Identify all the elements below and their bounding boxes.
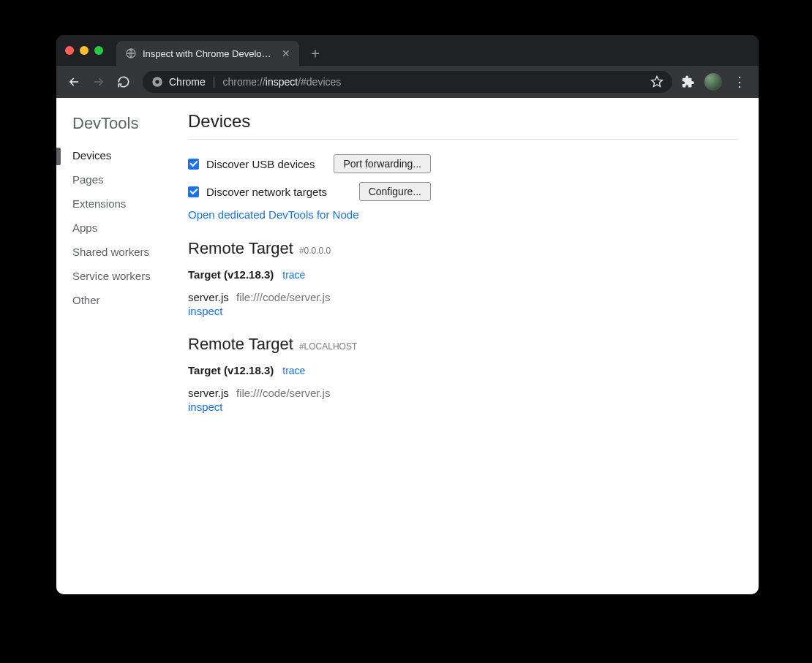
file-name-1: server.js (188, 387, 229, 399)
discover-usb-row: Discover USB devices Port forwarding... (188, 151, 738, 176)
target-name-0: Target (v12.18.3) (188, 268, 274, 281)
remote-target-heading-0: Remote Target #0.0.0.0 (188, 239, 738, 258)
discover-network-row: Discover network targets Configure... (188, 179, 738, 204)
trace-link-1[interactable]: trace (282, 365, 305, 376)
profile-avatar[interactable] (704, 73, 722, 91)
window-zoom-button[interactable] (94, 46, 103, 55)
sidebar-item-apps[interactable]: Apps (56, 216, 188, 240)
back-button[interactable] (64, 72, 84, 92)
target-line-1: Target (v12.18.3) trace (188, 364, 738, 376)
extensions-icon[interactable] (681, 75, 696, 89)
bookmark-icon[interactable] (650, 75, 663, 88)
target-line-0: Target (v12.18.3) trace (188, 268, 738, 281)
sidebar: DevTools Devices Pages Extensions Apps S… (56, 98, 188, 594)
reload-button[interactable] (113, 72, 134, 92)
url-brand: Chrome (169, 76, 206, 88)
divider (188, 139, 738, 140)
sidebar-title: DevTools (56, 114, 188, 143)
url-separator: | (211, 76, 217, 88)
address-bar[interactable]: Chrome | chrome://inspect/#devices (143, 71, 672, 93)
discover-network-checkbox[interactable] (188, 186, 199, 197)
tab-strip: Inspect with Chrome Developer ✕ ＋ (56, 35, 759, 66)
new-tab-button[interactable]: ＋ (299, 43, 331, 63)
remote-target-tag-1: #LOCALHOST (299, 341, 357, 352)
chrome-icon (151, 76, 163, 88)
discover-usb-label: Discover USB devices (206, 158, 315, 170)
browser-window: Inspect with Chrome Developer ✕ ＋ Chrome… (56, 35, 759, 594)
toolbar-right: ⋮ (681, 73, 751, 91)
url-text: chrome://inspect/#devices (222, 76, 341, 88)
file-line-0: server.js file:///code/server.js inspect (188, 291, 738, 317)
file-path-0: file:///code/server.js (236, 291, 330, 303)
globe-icon (125, 48, 137, 59)
open-node-devtools-link[interactable]: Open dedicated DevTools for Node (188, 208, 358, 221)
window-controls (65, 46, 103, 55)
forward-button[interactable] (89, 72, 109, 92)
file-name-0: server.js (188, 291, 229, 303)
configure-button[interactable]: Configure... (359, 182, 431, 201)
inspect-link-0[interactable]: inspect (188, 305, 738, 317)
remote-target-heading-1: Remote Target #LOCALHOST (188, 335, 738, 354)
sidebar-item-extensions[interactable]: Extensions (56, 192, 188, 216)
discover-network-label: Discover network targets (206, 186, 327, 198)
main-panel: Devices Discover USB devices Port forwar… (188, 98, 759, 594)
window-close-button[interactable] (65, 46, 74, 55)
menu-button[interactable]: ⋮ (731, 74, 748, 90)
file-line-1: server.js file:///code/server.js inspect (188, 387, 738, 413)
sidebar-item-devices[interactable]: Devices (56, 143, 188, 167)
remote-target-tag-0: #0.0.0.0 (299, 246, 331, 256)
inspect-link-1[interactable]: inspect (188, 401, 738, 413)
discover-usb-checkbox[interactable] (188, 159, 199, 170)
sidebar-item-shared-workers[interactable]: Shared workers (56, 240, 188, 264)
window-minimize-button[interactable] (80, 46, 89, 55)
port-forwarding-button[interactable]: Port forwarding... (334, 154, 431, 173)
sidebar-item-service-workers[interactable]: Service workers (56, 264, 188, 288)
sidebar-item-other[interactable]: Other (56, 288, 188, 312)
target-name-1: Target (v12.18.3) (188, 364, 274, 376)
tab-close-icon[interactable]: ✕ (280, 46, 292, 61)
toolbar: Chrome | chrome://inspect/#devices ⋮ (56, 66, 759, 98)
browser-tab[interactable]: Inspect with Chrome Developer ✕ (116, 41, 299, 66)
page-content: DevTools Devices Pages Extensions Apps S… (56, 98, 759, 594)
tab-title: Inspect with Chrome Developer (143, 48, 274, 59)
sidebar-item-pages[interactable]: Pages (56, 167, 188, 192)
file-path-1: file:///code/server.js (236, 387, 330, 399)
svg-point-2 (155, 80, 159, 83)
trace-link-0[interactable]: trace (282, 269, 305, 281)
page-title: Devices (188, 111, 738, 132)
